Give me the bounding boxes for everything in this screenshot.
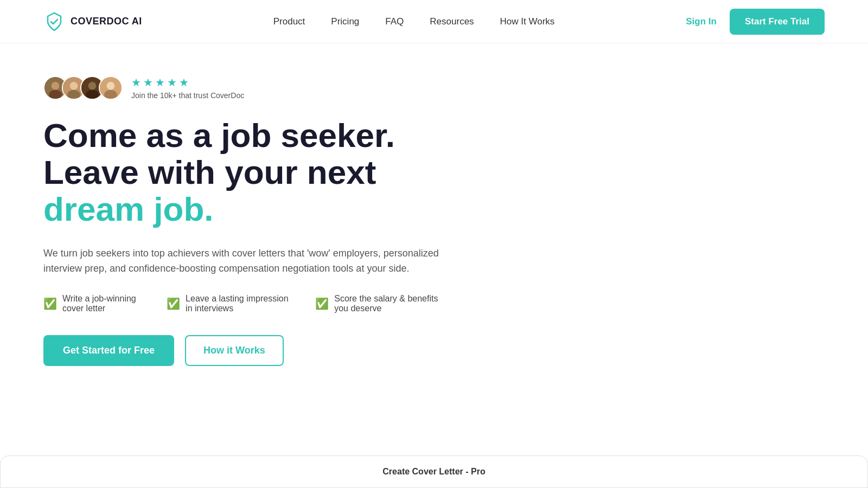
feature-list: ✅ Write a job-winning cover letter ✅ Lea…: [43, 294, 445, 313]
headline-line1: Come as a job seeker.: [43, 117, 395, 154]
svg-point-11: [104, 90, 117, 100]
svg-point-5: [67, 90, 80, 100]
cta-buttons: Get Started for Free How it Works: [43, 335, 445, 366]
sign-in-link[interactable]: Sign In: [686, 16, 717, 27]
feature-3: ✅ Score the salary & benefits you deserv…: [315, 294, 445, 313]
svg-point-10: [107, 82, 115, 90]
nav-faq[interactable]: FAQ: [385, 16, 404, 27]
nav-how-it-works[interactable]: How It Works: [500, 16, 555, 27]
star-rating: ★ ★ ★ ★ ★: [131, 76, 244, 89]
nav-resources[interactable]: Resources: [430, 16, 474, 27]
hero-section: ★ ★ ★ ★ ★ Join the 10k+ that trust Cover…: [0, 43, 488, 366]
feature-1: ✅ Write a job-winning cover letter: [43, 294, 147, 313]
logo-icon: [43, 11, 65, 33]
hero-headline: Come as a job seeker. Leave with your ne…: [43, 117, 445, 228]
logo-link[interactable]: COVERDOC AI: [43, 11, 142, 33]
star-3: ★: [155, 76, 165, 89]
star-4: ★: [167, 76, 177, 89]
avatar-4: [99, 76, 123, 100]
avatar-group: [43, 76, 123, 100]
check-icon-2: ✅: [167, 297, 180, 310]
proof-text: ★ ★ ★ ★ ★ Join the 10k+ that trust Cover…: [131, 76, 244, 100]
brand-name: COVERDOC AI: [71, 16, 142, 27]
feature-label-2: Leave a lasting impression in interviews: [186, 294, 296, 313]
social-proof: ★ ★ ★ ★ ★ Join the 10k+ that trust Cover…: [43, 76, 445, 100]
start-trial-button[interactable]: Start Free Trial: [730, 9, 825, 35]
get-started-button[interactable]: Get Started for Free: [43, 335, 174, 366]
check-icon-3: ✅: [315, 297, 329, 310]
svg-point-7: [88, 82, 97, 90]
nav-right: Sign In Start Free Trial: [686, 9, 825, 35]
star-5: ★: [179, 76, 189, 89]
headline-highlight: dream job.: [43, 190, 214, 228]
feature-label-1: Write a job-winning cover letter: [62, 294, 147, 313]
nav-pricing[interactable]: Pricing: [331, 16, 359, 27]
svg-point-1: [52, 82, 60, 90]
star-2: ★: [143, 76, 153, 89]
bottom-card-peek: Create Cover Letter - Pro: [0, 455, 868, 488]
hero-description: We turn job seekers into top achievers w…: [43, 246, 445, 277]
feature-label-3: Score the salary & benefits you deserve: [334, 294, 445, 313]
nav-product[interactable]: Product: [273, 16, 305, 27]
bottom-card-title: Create Cover Letter - Pro: [382, 467, 485, 477]
svg-point-8: [86, 90, 99, 100]
feature-2: ✅ Leave a lasting impression in intervie…: [167, 294, 296, 313]
how-it-works-button[interactable]: How it Works: [185, 335, 284, 366]
check-icon-1: ✅: [43, 297, 57, 310]
navbar: COVERDOC AI Product Pricing FAQ Resource…: [0, 0, 868, 43]
svg-point-4: [70, 82, 78, 90]
headline-line2-start: Leave with your next: [43, 153, 376, 191]
trust-label: Join the 10k+ that trust CoverDoc: [131, 91, 244, 100]
star-1: ★: [131, 76, 141, 89]
svg-point-2: [49, 90, 62, 100]
nav-links: Product Pricing FAQ Resources How It Wor…: [273, 16, 555, 27]
